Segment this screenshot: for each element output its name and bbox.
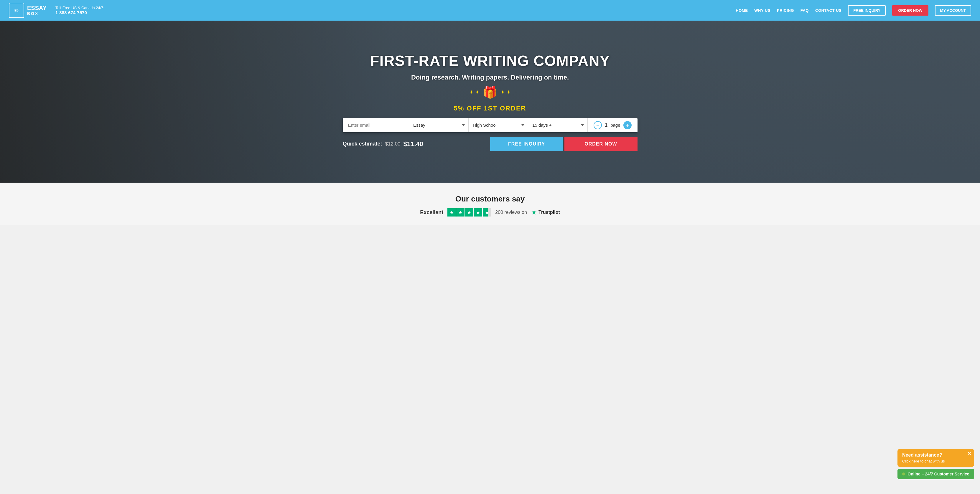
brand-name: ESSAY xyxy=(27,5,46,11)
nav-home[interactable]: HOME xyxy=(736,8,748,13)
nav-faq[interactable]: FAQ xyxy=(800,8,809,13)
pages-count-value: 1 xyxy=(605,122,608,128)
star-5-half: ★ xyxy=(483,208,491,216)
reviews-section: Our customers say Excellent ★ ★ ★ ★ ★ 20… xyxy=(0,183,980,226)
order-now-header-button[interactable]: ORDER NOW xyxy=(892,5,928,16)
excellent-label: Excellent xyxy=(420,210,443,216)
main-nav: HOME WHY US PRICING FAQ CONTACT US FREE … xyxy=(736,5,971,16)
order-now-hero-button[interactable]: ORDER NOW xyxy=(565,137,638,151)
trustpilot-star-icon: ★ xyxy=(531,208,537,216)
pages-decrement-button[interactable]: − xyxy=(593,121,602,129)
pages-increment-button[interactable]: + xyxy=(624,121,632,129)
star-rating: ★ ★ ★ ★ ★ xyxy=(447,208,491,216)
sparks-left: ✦ ✦ xyxy=(469,89,479,95)
estimate-label: Quick estimate: xyxy=(343,141,382,147)
hero-content: FIRST-RATE WRITING COMPANY Doing researc… xyxy=(0,52,980,151)
phone-number[interactable]: 1-888-674-7570 xyxy=(56,10,104,15)
hero-title: FIRST-RATE WRITING COMPANY xyxy=(9,52,971,70)
old-price: $12.00 xyxy=(385,141,401,147)
discount-row: ✦ ✦ 🎁 ✦ ✦ xyxy=(9,86,971,99)
reviews-count: 200 reviews on xyxy=(495,210,527,215)
star-4: ★ xyxy=(474,208,482,216)
pages-label: page xyxy=(610,122,620,127)
star-3: ★ xyxy=(465,208,473,216)
header: EB ESSAY BOX Toll-Free US & Canada 24/7:… xyxy=(0,0,980,21)
reviews-title: Our customers say xyxy=(6,194,974,203)
star-2: ★ xyxy=(456,208,465,216)
sparks-right: ✦ ✦ xyxy=(501,89,511,95)
academic-level-select[interactable]: High School College University Master's … xyxy=(469,118,528,132)
trustpilot-logo[interactable]: ★ Trustpilot xyxy=(531,208,560,216)
gift-icon: 🎁 xyxy=(483,86,498,99)
estimate-actions-row: Quick estimate: $12.00 $11.40 FREE INQUI… xyxy=(343,137,638,151)
logo[interactable]: EB ESSAY BOX xyxy=(9,3,46,18)
star-1: ★ xyxy=(447,208,456,216)
toll-free-label: Toll-Free US & Canada 24/7: xyxy=(56,6,104,10)
free-inquiry-header-button[interactable]: FREE INQUIRY xyxy=(848,5,886,16)
hero-section: FIRST-RATE WRITING COMPANY Doing researc… xyxy=(0,21,980,183)
email-input[interactable] xyxy=(343,118,409,132)
trustpilot-row: Excellent ★ ★ ★ ★ ★ 200 reviews on ★ Tru… xyxy=(6,208,974,216)
nav-pricing[interactable]: PRICING xyxy=(777,8,794,13)
free-inquiry-hero-button[interactable]: FREE INQUIRY xyxy=(490,137,563,151)
discount-text: 5% OFF 1ST ORDER xyxy=(9,105,971,112)
brand-sub: BOX xyxy=(27,11,46,16)
phone-info: Toll-Free US & Canada 24/7: 1-888-674-75… xyxy=(56,6,104,15)
new-price: $11.40 xyxy=(404,140,423,148)
hero-subtitle: Doing research. Writing papers. Deliveri… xyxy=(9,74,971,81)
action-buttons: FREE INQUIRY ORDER NOW xyxy=(490,137,638,151)
nav-why-us[interactable]: WHY US xyxy=(754,8,770,13)
deadline-select[interactable]: 15 days + 10 days 7 days 5 days 3 days 2… xyxy=(528,118,588,132)
paper-type-select[interactable]: Essay Research Paper Term Paper Coursewo… xyxy=(409,118,469,132)
logo-icon: EB xyxy=(9,3,24,18)
trustpilot-label: Trustpilot xyxy=(538,210,560,215)
nav-contact-us[interactable]: CONTACT US xyxy=(815,8,842,13)
pages-counter: − 1 page + xyxy=(588,118,637,132)
my-account-header-button[interactable]: MY ACCOUNT xyxy=(935,5,971,16)
estimate-section: Quick estimate: $12.00 $11.40 xyxy=(343,140,423,148)
order-form: Essay Research Paper Term Paper Coursewo… xyxy=(343,118,638,132)
